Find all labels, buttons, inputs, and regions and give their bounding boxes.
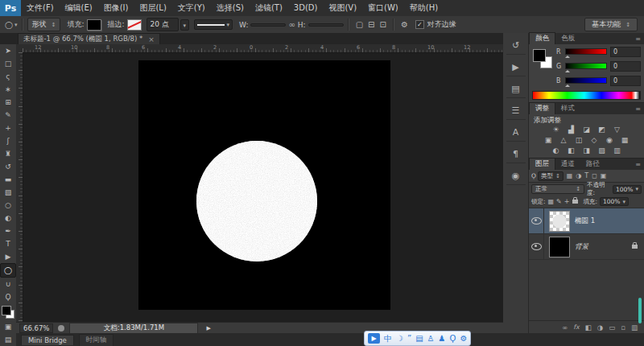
brush-tool[interactable]: ʃ (1, 134, 15, 147)
tab-mini-bridge[interactable]: Mini Bridge (21, 335, 74, 345)
path-arrangement-icon[interactable]: ⊡ (379, 20, 386, 29)
zoom-tool[interactable]: Ϙ (1, 290, 15, 303)
hue-saturation-icon[interactable]: ▣ (543, 135, 554, 145)
lock-transparent-pixels-icon[interactable]: ▦ (548, 198, 555, 205)
stroke-swatch[interactable] (127, 19, 142, 31)
history-panel-icon[interactable]: ↺ (506, 36, 526, 55)
green-slider[interactable] (565, 63, 607, 69)
tab-layers[interactable]: 图层 (529, 158, 555, 170)
visibility-toggle[interactable] (529, 208, 544, 233)
tab-color[interactable]: 颜色 (529, 32, 555, 44)
stroke-width-field[interactable]: 20 点 (147, 18, 179, 31)
tool-mode-select[interactable]: 形状 ↕ (27, 18, 61, 31)
menu-window[interactable]: 窗口(W) (362, 0, 404, 16)
menu-filter[interactable]: 滤镜(T) (250, 0, 288, 16)
visibility-toggle[interactable] (529, 234, 544, 259)
exposure-icon[interactable]: ◩ (597, 125, 608, 134)
gradient-tool[interactable]: ▧ (1, 186, 15, 199)
type-tool[interactable]: T (1, 237, 15, 250)
foreground-color-swatch[interactable] (533, 49, 546, 62)
clone-stamp-tool[interactable]: ♜ (1, 147, 15, 160)
red-value-field[interactable]: 0 (610, 47, 641, 57)
actions-panel-icon[interactable]: ▶ (506, 58, 526, 76)
layer-thumbnail[interactable] (549, 211, 570, 232)
new-layer-icon[interactable]: ▫ (621, 323, 625, 332)
color-balance-icon[interactable]: △ (558, 135, 569, 145)
ime-settings-icon[interactable]: ⚙ (460, 333, 467, 344)
ime-account-icon[interactable]: ♟ (439, 333, 446, 344)
layer-thumbnail[interactable] (549, 237, 570, 257)
tab-adjustments[interactable]: 调整 (529, 102, 555, 114)
ellipse-shape-with-noise[interactable] (196, 140, 318, 262)
tab-paths[interactable]: 路径 (580, 159, 605, 170)
menu-edit[interactable]: 编辑(E) (60, 0, 98, 16)
lasso-tool[interactable]: ς (1, 70, 15, 83)
workspace-switcher-button[interactable]: 基本功能 ↕ (584, 18, 638, 31)
tab-channels[interactable]: 通道 (555, 159, 580, 170)
filter-adjustment-layers-icon[interactable]: ◑ (576, 172, 581, 179)
panel-menu-icon[interactable]: ≡ (635, 35, 641, 43)
pen-tool[interactable]: ✒ (1, 224, 15, 237)
layer-name[interactable]: 椭圆 1 (575, 216, 595, 226)
document-tab[interactable]: 未标题-1 @ 66.7% (椭圆 1, RGB/8) * × (18, 33, 160, 44)
channel-mixer-icon[interactable]: ◉ (604, 135, 615, 145)
menu-file[interactable]: 文件(F) (21, 0, 60, 16)
photoshop-logo-icon[interactable]: Ps (0, 0, 21, 16)
menu-select[interactable]: 选择(S) (211, 0, 250, 16)
close-icon[interactable]: × (148, 35, 155, 43)
foreground-background-swatches[interactable] (2, 306, 14, 319)
marquee-tool[interactable]: □ (1, 57, 15, 70)
path-operations-icon[interactable]: ▢ (356, 20, 363, 29)
blue-slider[interactable] (565, 77, 607, 84)
horizontal-ruler[interactable]: 12 10 8 6 4 2 0 2 4 6 8 10 12 (23, 44, 503, 53)
quick-mask-button[interactable]: ▣ (1, 320, 15, 333)
dodge-tool[interactable]: ◐ (1, 212, 15, 224)
color-fg-bg-swatches[interactable] (533, 49, 552, 68)
shape-width-field[interactable] (250, 23, 286, 27)
delete-layer-icon[interactable]: ▥ (631, 323, 638, 332)
path-selection-tool[interactable]: ▶ (1, 250, 15, 263)
ime-keyboard-icon[interactable]: ▤ (415, 333, 423, 344)
scrollbar-thumb[interactable] (638, 298, 642, 323)
lock-position-icon[interactable]: + (564, 198, 570, 205)
paragraph-panel-icon[interactable]: ¶ (506, 145, 526, 163)
properties-panel-icon[interactable]: ▤ (506, 80, 526, 98)
menu-image[interactable]: 图像(I) (98, 0, 134, 16)
black-white-icon[interactable]: ◫ (573, 135, 584, 145)
menu-help[interactable]: 帮助(H) (404, 0, 444, 16)
gear-icon[interactable]: ⚙ (401, 20, 408, 29)
vertical-ruler[interactable] (16, 52, 23, 322)
blend-mode-select[interactable]: 正常 ↕ (531, 184, 584, 194)
ellipse-tool[interactable]: ◯ (0, 263, 16, 278)
kuler-panel-icon[interactable]: ◉ (506, 167, 526, 185)
link-dimensions-icon[interactable]: ∞ (288, 20, 295, 29)
curves-icon[interactable]: ◪ (581, 125, 592, 134)
filter-kind-select[interactable]: 类型 ↕ (538, 171, 564, 181)
layer-name[interactable]: 背景 (575, 242, 588, 252)
layer-row-background[interactable]: 背景 (529, 234, 644, 260)
panel-menu-icon[interactable]: ≡ (635, 105, 641, 113)
color-lookup-icon[interactable]: ▦ (619, 135, 630, 145)
menu-view[interactable]: 视图(V) (323, 0, 362, 16)
posterize-icon[interactable]: ◧ (566, 146, 577, 155)
gradient-map-icon[interactable]: ▨ (597, 146, 608, 155)
quick-selection-tool[interactable]: ∗ (1, 83, 15, 96)
eraser-tool[interactable]: ▬ (1, 173, 15, 186)
new-group-icon[interactable]: ▭ (609, 323, 615, 332)
lock-image-pixels-icon[interactable]: ✎ (556, 198, 562, 205)
crop-tool[interactable]: ⊞ (1, 96, 15, 109)
move-tool[interactable]: ➤ (1, 44, 15, 57)
brightness-contrast-icon[interactable]: ☀ (551, 125, 562, 134)
red-slider[interactable] (565, 48, 607, 55)
path-alignment-icon[interactable]: ⊟ (368, 20, 374, 29)
invert-icon[interactable]: ◐ (551, 146, 562, 155)
document-canvas[interactable] (138, 60, 390, 310)
ime-halfwidth-icon[interactable]: ☽ (396, 333, 403, 344)
green-value-field[interactable]: 0 (610, 61, 641, 72)
panel-menu-icon[interactable]: ≡ (635, 161, 641, 168)
menu-layer[interactable]: 图层(L) (134, 0, 171, 16)
add-layer-mask-icon[interactable]: ◧ (585, 323, 592, 332)
stroke-style-picker[interactable]: ▾ (194, 19, 233, 30)
foreground-color-swatch[interactable] (2, 306, 11, 315)
eyedropper-tool[interactable]: ✎ (1, 109, 15, 122)
